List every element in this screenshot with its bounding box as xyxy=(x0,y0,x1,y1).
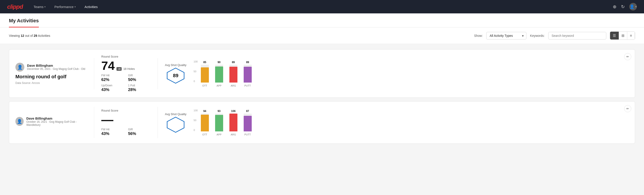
bar-value: 94 xyxy=(203,110,206,113)
round-score-row: 74 +4 18 Holes xyxy=(101,60,150,72)
card-divider-2 xyxy=(158,58,158,89)
bar-fill xyxy=(230,114,238,132)
bar-fill xyxy=(244,116,252,132)
round-score-label: Round Score xyxy=(101,109,150,112)
user-avatar: 👤 xyxy=(16,117,24,126)
updown-stat: Up/Down 43% xyxy=(101,84,124,92)
bar-chart: 100 50 0 94 OTT 93 APP xyxy=(194,109,628,136)
fw-hit-stat: FW Hit 62% xyxy=(101,74,124,82)
bar-value: 93 xyxy=(218,110,220,113)
bar-label: PUTT xyxy=(244,84,251,87)
view-toggles: ☰ ⊞ ≡ xyxy=(610,32,635,40)
activity-type-select[interactable]: All Activity Types xyxy=(486,32,526,40)
bar-fill xyxy=(215,66,223,82)
page-header: My Activities xyxy=(0,14,644,28)
bar-track xyxy=(201,114,209,132)
teams-chevron-icon: ▾ xyxy=(44,6,46,8)
user-meta: October 16, 2021 · Gog Magog Golf Club -… xyxy=(26,120,87,126)
bar-fill xyxy=(201,68,209,82)
refresh-button[interactable]: ↻ xyxy=(621,4,625,9)
stat-grid: FW Hit 62% GIR 50% Up/Down 43% 1 Putt 28… xyxy=(101,74,150,92)
bar-group-arg: 89 ARG xyxy=(230,61,238,87)
bar-group-ott: 85 OTT xyxy=(201,61,209,87)
activity-type-select-wrapper[interactable]: All Activity Types xyxy=(486,32,526,40)
nav-teams[interactable]: Teams ▾ xyxy=(30,3,49,10)
user-name: Dave Billingham xyxy=(27,64,85,68)
bar-value: 106 xyxy=(231,110,236,113)
quality-label: Avg Shot Quality xyxy=(165,63,186,67)
bar-group-ott: 94 OTT xyxy=(201,110,209,136)
edit-icon: ✏ xyxy=(626,107,629,110)
bar-group-putt: 89 PUTT xyxy=(244,61,252,87)
grid-icon: ⊞ xyxy=(622,34,624,38)
view-grid-button[interactable]: ⊞ xyxy=(619,32,627,40)
edit-button[interactable]: ✏ xyxy=(624,53,631,60)
gir-stat: GIR 50% xyxy=(128,74,150,82)
dense-list-icon: ☰ xyxy=(613,34,616,38)
refresh-icon: ↻ xyxy=(621,4,625,9)
stat-grid: FW Hit 43% GIR 56% xyxy=(101,128,150,136)
card-divider xyxy=(94,107,94,138)
card-user: 👤 Dave Billingham October 16, 2021 · Gog… xyxy=(16,116,87,126)
bar-track xyxy=(201,65,209,82)
filter-bar-right: Show: All Activity Types Keywords: ☰ ⊞ ≡ xyxy=(474,32,635,40)
gir-stat: GIR 56% xyxy=(128,128,150,136)
quality-label: Avg Shot Quality xyxy=(165,112,186,116)
bar-label: ARG xyxy=(231,84,236,87)
bar-label: PUTT xyxy=(244,133,251,136)
holes-label: 18 Holes xyxy=(124,67,135,70)
user-info: Dave Billingham October 16, 2021 · Gog M… xyxy=(26,116,87,126)
user-chevron-icon: ▾ xyxy=(635,5,637,8)
list-icon: ≡ xyxy=(630,34,632,38)
add-icon: ⊕ xyxy=(613,4,616,9)
person-icon: 👤 xyxy=(17,119,22,124)
user-name: Dave Billingham xyxy=(26,116,87,120)
user-avatar-button[interactable]: 👤 ▾ xyxy=(629,3,637,10)
page-title: My Activities xyxy=(9,14,39,28)
viewing-text: Viewing 12 out of 29 Activities xyxy=(9,34,50,38)
view-list-button[interactable]: ≡ xyxy=(627,32,635,40)
card-stats: Round Score — FW Hit 43% GIR 56% xyxy=(101,109,150,136)
bar-group-putt: 87 PUTT xyxy=(244,110,252,136)
bar-value: 89 xyxy=(246,61,249,64)
bar-value: 89 xyxy=(232,61,235,64)
edit-button[interactable]: ✏ xyxy=(624,105,631,112)
show-label: Show: xyxy=(474,34,483,38)
bar-label: APP xyxy=(217,84,222,87)
person-icon: 👤 xyxy=(17,64,23,70)
bar-chart-inner: 94 OTT 93 APP 106 ARG xyxy=(194,109,252,136)
card-divider xyxy=(94,58,94,89)
bar-label: APP xyxy=(217,133,222,136)
nav-performance[interactable]: Performance ▾ xyxy=(51,3,79,10)
bar-track xyxy=(244,65,252,82)
filter-bar: Viewing 12 out of 29 Activities Show: Al… xyxy=(0,28,644,44)
data-source: Data Source: Arccos xyxy=(16,82,87,84)
add-button[interactable]: ⊕ xyxy=(613,4,616,9)
round-score-label: Round Score xyxy=(101,55,150,58)
bar-track xyxy=(230,65,238,82)
bar-value: 90 xyxy=(218,61,220,64)
round-score-value: — xyxy=(101,114,113,126)
quality-hex-wrap: Avg Shot Quality 89 xyxy=(165,63,186,84)
view-dense-list-button[interactable]: ☰ xyxy=(610,32,619,40)
bar-chart-inner: 85 OTT 90 APP 89 ARG xyxy=(194,60,252,87)
nav-activities[interactable]: Activities xyxy=(81,3,101,10)
keywords-label: Keywords: xyxy=(530,34,544,38)
activity-card: 👤 Dave Billingham October 16, 2021 · Gog… xyxy=(9,101,635,144)
card-user: 👤 Dave Billingham December 05, 2021 · Go… xyxy=(16,63,87,72)
search-input[interactable] xyxy=(548,32,606,40)
user-info: Dave Billingham December 05, 2021 · Gog … xyxy=(27,64,85,70)
bar-group-arg: 106 ARG xyxy=(230,110,238,136)
activity-list: 👤 Dave Billingham December 05, 2021 · Go… xyxy=(0,44,644,149)
quality-hexagon xyxy=(167,117,184,133)
app-logo: clippd xyxy=(7,3,23,10)
bar-fill xyxy=(244,67,252,82)
bar-track xyxy=(230,114,238,132)
bar-track xyxy=(244,114,252,132)
bar-fill xyxy=(201,115,209,132)
bar-group-app: 90 APP xyxy=(215,61,223,87)
user-icon: 👤 xyxy=(630,4,634,9)
activity-title: Morning round of golf xyxy=(16,74,87,80)
bar-value: 87 xyxy=(246,110,249,113)
oneputt-stat: 1 Putt 28% xyxy=(128,84,150,92)
